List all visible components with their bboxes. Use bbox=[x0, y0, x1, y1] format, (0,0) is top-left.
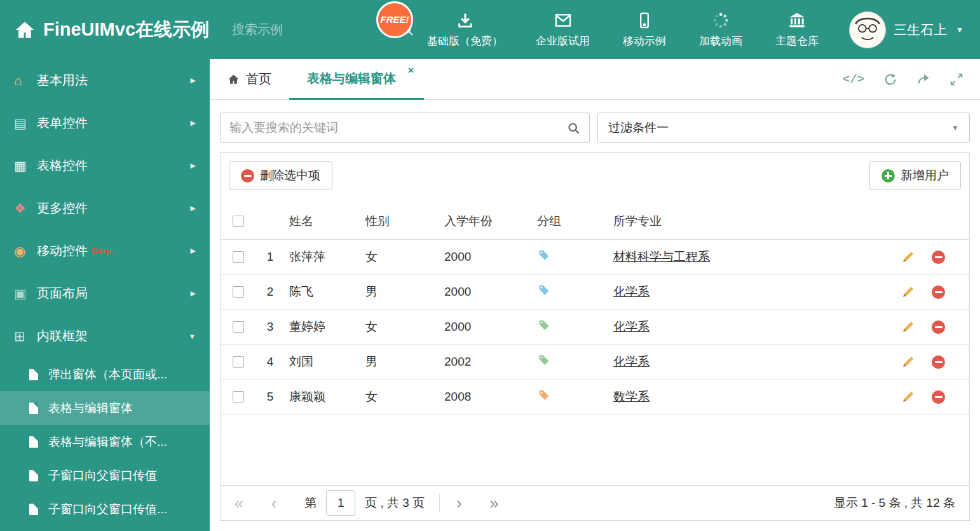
home-icon[interactable] bbox=[14, 19, 36, 41]
sidebar-subitem-label: 子窗口向父窗口传值 bbox=[48, 467, 157, 484]
main-area: 首页 表格与编辑窗体 × </> 过滤条件一 ▼ bbox=[210, 59, 980, 531]
cell-gender: 男 bbox=[360, 284, 439, 300]
button-label: 删除选中项 bbox=[260, 167, 320, 184]
major-link[interactable]: 化学系 bbox=[613, 355, 650, 368]
keyword-search-input[interactable] bbox=[229, 121, 567, 135]
expand-icon[interactable] bbox=[949, 72, 963, 86]
file-icon bbox=[29, 436, 38, 448]
search-icon[interactable] bbox=[567, 121, 580, 135]
tab-home[interactable]: 首页 bbox=[210, 59, 289, 99]
delete-icon[interactable] bbox=[932, 286, 945, 299]
cell-name: 刘国 bbox=[284, 354, 360, 370]
cell-year: 2000 bbox=[439, 250, 532, 264]
row-checkbox[interactable] bbox=[233, 286, 244, 298]
forward-icon[interactable] bbox=[916, 72, 930, 86]
file-icon bbox=[29, 470, 38, 481]
nav-label: 主题仓库 bbox=[775, 34, 819, 48]
filter-dropdown[interactable]: 过滤条件一 ▼ bbox=[597, 113, 970, 143]
file-icon bbox=[29, 369, 38, 380]
select-all-checkbox[interactable] bbox=[233, 216, 244, 227]
nav-mobile-demo[interactable]: 移动示例 bbox=[623, 11, 666, 48]
column-header-group: 分组 bbox=[532, 213, 608, 230]
cell-name: 陈飞 bbox=[284, 284, 360, 300]
row-checkbox[interactable] bbox=[233, 356, 244, 368]
row-checkbox[interactable] bbox=[233, 321, 244, 333]
close-icon[interactable]: × bbox=[408, 65, 414, 76]
pager-next-button[interactable]: › bbox=[456, 495, 461, 511]
sidebar-item-basic-usage[interactable]: ⌂ 基本用法 ▶ bbox=[0, 59, 210, 102]
user-name: 三生石上 bbox=[894, 21, 947, 39]
corp-badge: Corp. bbox=[92, 246, 113, 256]
delete-icon[interactable] bbox=[932, 390, 945, 404]
house-icon: ⌂ bbox=[14, 73, 37, 88]
sidebar-subitem-child-to-parent[interactable]: 子窗口向父窗口传值 bbox=[0, 459, 210, 492]
nav-loading-animation[interactable]: 加载动画 bbox=[699, 11, 742, 48]
edit-icon[interactable] bbox=[901, 250, 915, 265]
chevron-right-icon: ▶ bbox=[191, 76, 196, 85]
major-link[interactable]: 材料科学与工程系 bbox=[613, 250, 710, 263]
nav-theme-repo[interactable]: 主题仓库 bbox=[775, 11, 819, 48]
header-search-input[interactable] bbox=[232, 22, 400, 37]
nav-basic-edition[interactable]: FREE! 基础版（免费） bbox=[427, 11, 503, 48]
column-header-gender: 性别 bbox=[360, 213, 439, 230]
avatar bbox=[849, 11, 886, 48]
chevron-right-icon: ▶ bbox=[191, 162, 196, 170]
tag-icon bbox=[537, 319, 550, 332]
sidebar-subitem-child-to-parent-2[interactable]: 子窗口向父窗口传值... bbox=[0, 492, 210, 526]
refresh-icon[interactable] bbox=[883, 72, 897, 86]
tag-icon bbox=[537, 354, 550, 367]
delete-icon[interactable] bbox=[932, 355, 945, 369]
row-checkbox[interactable] bbox=[233, 251, 244, 263]
page-number-input[interactable] bbox=[326, 490, 355, 516]
major-link[interactable]: 数学系 bbox=[613, 390, 650, 403]
sidebar-item-mobile-controls[interactable]: ◉ 移动控件 Corp. ▶ bbox=[0, 230, 210, 272]
pager-last-button[interactable]: » bbox=[490, 495, 499, 511]
header-search bbox=[232, 22, 369, 37]
sidebar-item-label: 页面布局 bbox=[37, 285, 88, 302]
frame-icon: ⊞ bbox=[14, 329, 37, 344]
sidebar-item-label: 表格控件 bbox=[37, 157, 88, 174]
sidebar-subitem-grid-edit-window[interactable]: 表格与编辑窗体 bbox=[0, 391, 210, 425]
grid-empty-space bbox=[221, 415, 969, 485]
sidebar-subitem-grid-edit-window-2[interactable]: 表格与编辑窗体（不... bbox=[0, 425, 210, 459]
chevron-down-icon: ▼ bbox=[189, 333, 196, 340]
sidebar-item-form-controls[interactable]: ▤ 表单控件 ▶ bbox=[0, 102, 210, 144]
edit-icon[interactable] bbox=[901, 320, 915, 334]
delete-icon[interactable] bbox=[932, 321, 945, 334]
keyword-search bbox=[220, 113, 590, 143]
edit-icon[interactable] bbox=[901, 285, 915, 300]
cell-gender: 男 bbox=[360, 354, 439, 370]
filter-row: 过滤条件一 ▼ bbox=[220, 113, 970, 143]
row-index: 3 bbox=[256, 320, 284, 334]
pager-first-button[interactable]: « bbox=[235, 495, 243, 511]
table-row: 4 刘国 男 2002 化学系 bbox=[221, 345, 969, 380]
sidebar-item-more-controls[interactable]: ❖ 更多控件 ▶ bbox=[0, 187, 210, 230]
row-index: 4 bbox=[256, 355, 284, 369]
nav-enterprise-trial[interactable]: 企业版试用 bbox=[536, 11, 590, 48]
sidebar-item-page-layout[interactable]: ▣ 页面布局 ▶ bbox=[0, 272, 210, 315]
cell-year: 2000 bbox=[439, 320, 532, 334]
frame-toolbar: </> bbox=[843, 59, 980, 99]
cell-gender: 女 bbox=[360, 389, 439, 405]
code-icon[interactable]: </> bbox=[843, 72, 864, 86]
signal-icon: ◉ bbox=[14, 244, 37, 259]
envelope-icon bbox=[554, 11, 572, 29]
minus-circle-icon bbox=[241, 169, 254, 183]
major-link[interactable]: 化学系 bbox=[613, 320, 650, 333]
edit-icon[interactable] bbox=[901, 390, 915, 404]
tab-grid-edit-window[interactable]: 表格与编辑窗体 × bbox=[289, 59, 424, 100]
row-checkbox[interactable] bbox=[233, 391, 244, 403]
add-user-button[interactable]: 新增用户 bbox=[869, 161, 961, 190]
table-row: 5 康颖颖 女 2008 数学系 bbox=[221, 380, 969, 415]
sidebar-subitem-popup-window[interactable]: 弹出窗体（本页面或... bbox=[0, 357, 210, 391]
pager-prev-button[interactable]: ‹ bbox=[271, 495, 276, 511]
sidebar-item-grid-controls[interactable]: ▦ 表格控件 ▶ bbox=[0, 144, 210, 187]
column-header-name: 姓名 bbox=[284, 213, 360, 230]
app-window: FineUIMvc在线示例 FREE! 基础版（免费） 企业版试用 移动示例 bbox=[0, 0, 980, 531]
edit-icon[interactable] bbox=[901, 355, 915, 369]
sidebar-item-iframe[interactable]: ⊞ 内联框架 ▼ bbox=[0, 315, 210, 357]
user-menu[interactable]: 三生石上 ▼ bbox=[849, 11, 963, 48]
major-link[interactable]: 化学系 bbox=[613, 285, 650, 298]
delete-icon[interactable] bbox=[932, 251, 945, 264]
delete-selected-button[interactable]: 删除选中项 bbox=[229, 161, 332, 190]
